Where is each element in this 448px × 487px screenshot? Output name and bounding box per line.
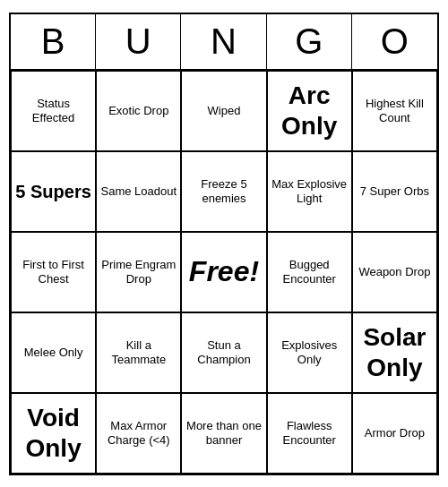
bingo-cell-9: 7 Super Orbs [352, 151, 437, 232]
header-letter-o: O [352, 14, 437, 69]
bingo-cell-17: Stun a Champion [181, 312, 266, 393]
bingo-cell-23: Flawless Encounter [267, 393, 352, 474]
bingo-grid: Status EffectedExotic DropWipedArc OnlyH… [11, 71, 437, 474]
bingo-cell-16: Kill a Teammate [96, 312, 181, 393]
bingo-cell-4: Highest Kill Count [352, 71, 437, 151]
bingo-cell-11: Prime Engram Drop [96, 232, 181, 312]
bingo-cell-24: Armor Drop [352, 393, 437, 474]
bingo-cell-19: Solar Only [352, 312, 437, 393]
bingo-cell-3: Arc Only [267, 71, 352, 151]
bingo-cell-5: 5 Supers [11, 151, 96, 232]
bingo-cell-14: Weapon Drop [352, 232, 437, 312]
bingo-cell-6: Same Loadout [96, 151, 181, 232]
bingo-cell-20: Void Only [11, 393, 96, 474]
header-letter-g: G [267, 14, 352, 69]
bingo-cell-22: More than one banner [181, 393, 266, 474]
bingo-cell-8: Max Explosive Light [267, 151, 352, 232]
bingo-cell-10: First to First Chest [11, 232, 96, 312]
bingo-cell-13: Bugged Encounter [267, 232, 352, 312]
bingo-cell-0: Status Effected [11, 71, 96, 151]
bingo-header: BUNGO [11, 14, 437, 71]
bingo-cell-18: Explosives Only [267, 312, 352, 393]
header-letter-n: N [181, 14, 266, 69]
bingo-cell-1: Exotic Drop [96, 71, 181, 151]
bingo-cell-12: Free! [181, 232, 266, 312]
bingo-cell-2: Wiped [181, 71, 266, 151]
bingo-cell-21: Max Armor Charge (<4) [96, 393, 181, 474]
header-letter-u: U [96, 14, 181, 69]
bingo-cell-7: Freeze 5 enemies [181, 151, 266, 232]
bingo-cell-15: Melee Only [11, 312, 96, 393]
header-letter-b: B [11, 14, 96, 69]
bingo-card: BUNGO Status EffectedExotic DropWipedArc… [9, 13, 439, 475]
